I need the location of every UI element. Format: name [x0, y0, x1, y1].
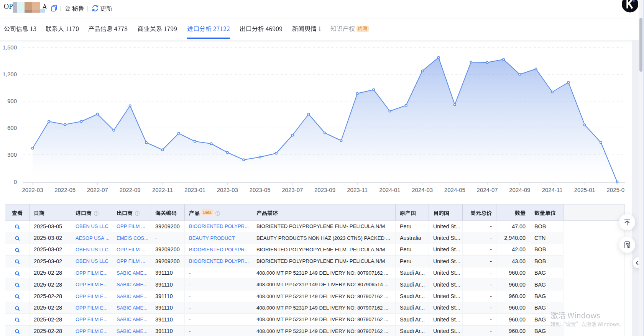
svg-text:2023-09: 2023-09: [314, 187, 335, 193]
svg-text:2023-03: 2023-03: [217, 187, 238, 193]
svg-text:1,500: 1,500: [2, 44, 17, 51]
svg-text:0: 0: [14, 179, 17, 185]
svg-text:600: 600: [7, 125, 17, 131]
svg-text:2023-01: 2023-01: [184, 187, 205, 193]
svg-text:2025-01: 2025-01: [574, 187, 595, 193]
svg-text:2024-09: 2024-09: [509, 187, 530, 193]
svg-text:2023-05: 2023-05: [250, 187, 271, 193]
svg-text:2022-03: 2022-03: [22, 187, 43, 193]
svg-text:1,200: 1,200: [2, 71, 17, 77]
svg-text:2022-07: 2022-07: [87, 187, 108, 193]
svg-text:2024-05: 2024-05: [444, 187, 465, 193]
svg-text:900: 900: [7, 98, 17, 104]
svg-text:2023-11: 2023-11: [347, 187, 368, 193]
svg-text:2023-07: 2023-07: [282, 187, 303, 193]
svg-text:2024-03: 2024-03: [412, 187, 433, 193]
svg-text:2025-03: 2025-03: [606, 187, 625, 193]
svg-text:2024-11: 2024-11: [542, 187, 563, 193]
svg-text:2024-07: 2024-07: [477, 187, 498, 193]
svg-text:300: 300: [7, 151, 17, 158]
svg-text:2022-11: 2022-11: [152, 187, 173, 193]
svg-text:2024-01: 2024-01: [379, 187, 400, 193]
svg-text:2022-09: 2022-09: [120, 187, 141, 193]
svg-text:2022-05: 2022-05: [54, 187, 76, 193]
